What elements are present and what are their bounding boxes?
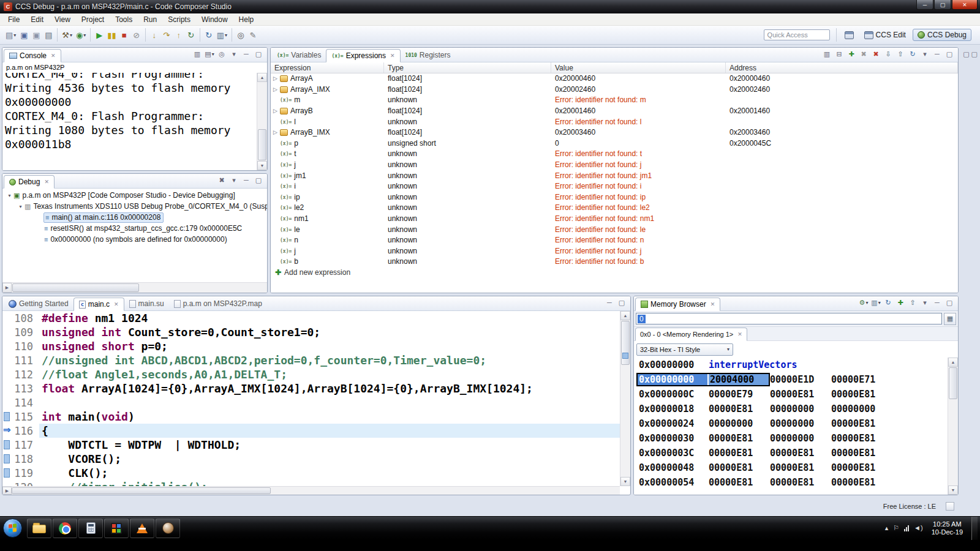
code-text[interactable]: #define nm1 1024 (39, 311, 620, 325)
terminate-icon[interactable]: ■ (118, 28, 130, 42)
taskbar-paint-icon[interactable] (156, 519, 180, 538)
display-console-icon[interactable]: ▥ (192, 50, 202, 59)
memory-value[interactable]: 00000E81 (709, 448, 770, 459)
annotation-ruler[interactable] (2, 353, 12, 367)
maximize-icon[interactable]: ▢ (944, 298, 954, 307)
tab-variables[interactable]: (x)=Variables (272, 48, 326, 62)
expression-row[interactable]: (x)=jm1unknownError: identifier not foun… (271, 170, 958, 181)
expression-row[interactable]: ▷ArrayAfloat[1024]0x200004600x20000460 (271, 73, 958, 84)
memory-value[interactable]: 00000E81 (831, 462, 892, 473)
view-menu-icon[interactable]: ▾ (920, 298, 930, 307)
expression-row[interactable]: (x)=ipunknownError: identifier not found… (271, 192, 958, 203)
memory-value[interactable]: 00000000 (770, 403, 831, 414)
expression-row[interactable]: (x)=nm1unknownError: identifier not foun… (271, 214, 958, 225)
annotation-ruler[interactable]: ⇒ (2, 424, 12, 438)
minimize-icon[interactable]: ─ (241, 50, 251, 59)
code-line[interactable]: 112//float Angle1,seconds,A0,A1,DELTA_T; (2, 367, 620, 381)
taskbar-calculator-icon[interactable] (78, 519, 103, 538)
maximize-icon[interactable]: ▢ (944, 50, 954, 59)
code-line[interactable]: 109unsigned int Count_store=0,Count_stor… (2, 325, 620, 339)
code-text[interactable]: { (39, 424, 620, 438)
close-tab-icon[interactable]: ✕ (710, 301, 715, 307)
expression-row[interactable]: ▷ArrayB_IMXfloat[1024]0x200034600x200034… (271, 127, 958, 138)
code-text[interactable]: //timer_initialise(); (39, 480, 620, 486)
expression-row[interactable]: (x)=munknownError: identifier not found:… (271, 95, 958, 106)
annotation-ruler[interactable] (2, 452, 12, 466)
editor-tab-main-su[interactable]: main.su (124, 297, 169, 310)
scroll-up-icon[interactable]: ▲ (948, 358, 958, 367)
tab-debug[interactable]: Debug ✕ (4, 175, 55, 189)
save-all-icon[interactable]: ▣ (30, 28, 42, 42)
code-text[interactable]: WDTCTL = WDTPW | WDTHOLD; (39, 438, 620, 452)
refresh-icon[interactable]: ↻ (908, 50, 918, 59)
save-icon[interactable]: ▣ (18, 28, 30, 42)
tab-expressions[interactable]: (x)=Expressions✕ (326, 49, 400, 62)
memory-selection[interactable]: 0x0000000020004000 (636, 373, 770, 386)
code-line[interactable]: 118 VCORE(); (2, 452, 620, 466)
expand-arrow-icon[interactable]: ▷ (273, 84, 280, 95)
scrollbar-thumb[interactable] (12, 487, 271, 494)
maximize-icon[interactable]: ▢ (617, 298, 627, 307)
memory-format-select[interactable]: 32-Bit Hex - TI Style ▾ (636, 343, 733, 356)
restore-view-icon[interactable]: ▢ (963, 50, 969, 58)
code-text[interactable]: VCORE(); (39, 452, 620, 466)
tab-memory-browser[interactable]: Memory Browser ✕ (635, 298, 720, 311)
remove-all-expressions-icon[interactable]: ✖ (871, 50, 881, 59)
memory-value[interactable]: 00000E81 (831, 433, 892, 444)
debug-tree-item[interactable]: ≡main() at main.c:116 0x00000208 (2, 212, 267, 223)
memory-row[interactable]: 0x0000004800000E8100000E8100000E81 (634, 460, 948, 475)
expression-row[interactable]: (x)=junknownError: identifier not found:… (271, 160, 958, 171)
code-text[interactable]: CLK(); (39, 466, 620, 480)
menu-scripts[interactable]: Scripts (162, 14, 196, 25)
minimize-window-button[interactable]: ─ (916, 0, 933, 10)
menu-window[interactable]: Window (196, 14, 233, 25)
perspective-ccs-debug[interactable]: CCS Debug (913, 29, 971, 41)
code-line[interactable]: 119 CLK(); (2, 466, 620, 480)
code-text[interactable]: //unsigned int ABCD,ABCD1,ABCD2,period=0… (39, 353, 620, 367)
print-icon[interactable]: ▤ (42, 28, 55, 42)
expression-row[interactable]: ▷ArrayBfloat[1024]0x200014600x20001460 (271, 106, 958, 117)
expression-row[interactable]: (x)=nunknownError: identifier not found:… (271, 235, 958, 246)
annotation-ruler[interactable] (2, 410, 12, 424)
close-tab-icon[interactable]: ✕ (44, 179, 49, 185)
expression-row[interactable]: (x)=bunknownError: identifier not found:… (271, 257, 958, 268)
console-scrollbar[interactable]: ▲ ▼ (257, 73, 267, 170)
annotation-ruler[interactable] (2, 311, 12, 325)
refresh-icon[interactable]: ↻ (883, 298, 893, 307)
profile-icon[interactable]: ✎ (247, 28, 259, 42)
debug-h-scrollbar[interactable]: ◀ ▶ (2, 282, 267, 293)
memory-row[interactable]: 0x0000001800000E810000000000000000 (634, 402, 948, 416)
taskbar-cube-icon[interactable] (104, 519, 129, 538)
editor-tab-getting-started[interactable]: Getting Started (4, 297, 74, 310)
memory-value[interactable]: 00000E81 (770, 448, 831, 459)
memory-row[interactable]: 0x000000002000400000000E1D00000E71 (634, 372, 948, 387)
taskbar-explorer-icon[interactable] (27, 519, 51, 538)
code-line[interactable]: 108#define nm1 1024 (2, 311, 620, 325)
column-header-value[interactable]: Value (551, 62, 726, 73)
column-header-type[interactable]: Type (384, 62, 551, 73)
pin-console-icon[interactable]: ◎ (217, 50, 227, 59)
memory-value-selected[interactable]: 20004000 (707, 374, 769, 385)
close-tab-icon[interactable]: ✕ (737, 331, 742, 337)
scroll-up-icon[interactable]: ▲ (620, 311, 630, 320)
close-window-button[interactable]: ✕ (952, 0, 978, 10)
column-header-address[interactable]: Address (726, 62, 958, 73)
memory-value[interactable]: 00000E71 (831, 374, 892, 385)
tab-console[interactable]: Console ✕ (4, 49, 61, 62)
step-into-icon[interactable]: ↓ (148, 28, 160, 42)
open-console-icon[interactable]: ▤▾ (205, 50, 214, 59)
network-icon[interactable] (904, 525, 909, 531)
memory-value[interactable]: 00000E81 (709, 462, 770, 473)
tree-expander-icon[interactable]: ▾ (6, 193, 13, 198)
memory-value[interactable]: 00000000 (831, 403, 892, 414)
editor-tab-main-c[interactable]: main.c✕ (74, 298, 124, 311)
minimize-icon[interactable]: ─ (932, 50, 942, 59)
annotation-ruler[interactable] (2, 438, 12, 452)
open-perspective-icon[interactable] (843, 28, 856, 42)
step-return-icon[interactable]: ↑ (173, 28, 185, 42)
restore-view-icon[interactable]: ▢ (971, 50, 978, 58)
memory-value[interactable]: 00000000 (770, 418, 831, 429)
view-menu-icon[interactable]: ▾ (229, 176, 239, 185)
expression-row[interactable]: (x)=iunknownError: identifier not found:… (271, 181, 958, 192)
memory-value[interactable]: 00000E81 (709, 477, 770, 488)
